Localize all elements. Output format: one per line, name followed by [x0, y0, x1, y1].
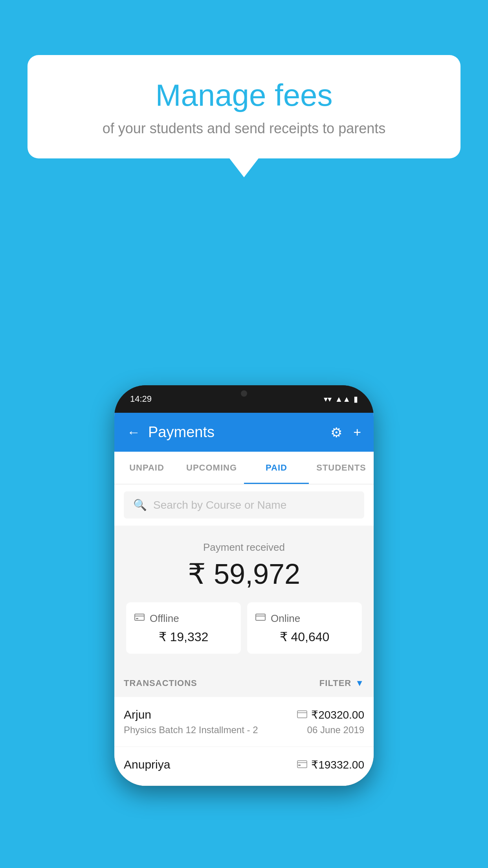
payment-cards: Offline ₹ 19,332 Online [122, 602, 366, 654]
app-header: ← Payments ⚙ + [114, 413, 374, 452]
page-title: Payments [148, 424, 215, 441]
speech-bubble-subtitle: of your students and send receipts to pa… [47, 120, 441, 137]
filter-button[interactable]: FILTER ▼ [319, 678, 364, 688]
filter-icon: ▼ [355, 678, 364, 688]
online-label: Online [271, 612, 300, 625]
signal-icon: ▲▲ [335, 395, 350, 404]
payment-amount: ₹ 59,972 [122, 557, 366, 590]
payment-label: Payment received [122, 541, 366, 554]
svg-rect-3 [256, 614, 265, 620]
search-icon: 🔍 [133, 498, 147, 511]
status-icons: ▾▾ ▲▲ ▮ [324, 394, 358, 404]
offline-payment-icon [297, 758, 307, 771]
offline-card: Offline ₹ 19,332 [126, 602, 241, 654]
svg-rect-9 [298, 765, 301, 766]
search-input[interactable]: Search by Course or Name [153, 499, 286, 511]
svg-rect-0 [135, 614, 144, 620]
phone-notch [220, 385, 268, 402]
speech-bubble: Manage fees of your students and send re… [28, 55, 460, 158]
svg-rect-2 [136, 618, 138, 619]
search-container: 🔍 Search by Course or Name [114, 484, 374, 526]
transaction-bottom: Physics Batch 12 Installment - 2 06 June… [124, 725, 364, 736]
transaction-name: Arjun [124, 708, 151, 721]
transaction-row[interactable]: Arjun ₹20320.00 Physics Batch 12 Install… [114, 697, 374, 747]
online-card: Online ₹ 40,640 [247, 602, 362, 654]
wifi-icon: ▾▾ [324, 394, 332, 404]
svg-rect-5 [297, 711, 307, 718]
offline-icon [134, 612, 145, 625]
transaction-row[interactable]: Anupriya ₹19332.00 [114, 747, 374, 786]
transaction-desc: Physics Batch 12 Installment - 2 [124, 725, 258, 736]
header-left: ← Payments [127, 424, 215, 441]
online-card-header: Online [255, 612, 354, 625]
battery-icon: ▮ [354, 394, 358, 404]
phone-screen: ← Payments ⚙ + UNPAID UPCOMING PAID STUD… [114, 413, 374, 786]
tab-students[interactable]: STUDENTS [309, 452, 374, 484]
svg-rect-7 [297, 761, 307, 768]
speech-bubble-title: Manage fees [47, 79, 441, 112]
transaction-name: Anupriya [124, 758, 170, 771]
offline-card-header: Offline [134, 612, 233, 625]
tab-paid[interactable]: PAID [244, 452, 309, 484]
transaction-amount: ₹20320.00 [297, 708, 364, 721]
transaction-date: 06 June 2019 [307, 725, 364, 736]
phone-status-bar: 14:29 ▾▾ ▲▲ ▮ [114, 385, 374, 413]
transaction-top: Anupriya ₹19332.00 [124, 758, 364, 771]
online-payment-icon [297, 708, 307, 721]
offline-label: Offline [150, 612, 179, 625]
tab-unpaid[interactable]: UNPAID [114, 452, 179, 484]
header-right: ⚙ + [330, 425, 361, 440]
back-button[interactable]: ← [127, 425, 140, 440]
transaction-amount: ₹19332.00 [297, 758, 364, 771]
transactions-header: TRANSACTIONS FILTER ▼ [114, 669, 374, 697]
filter-label: FILTER [319, 678, 351, 688]
transactions-label: TRANSACTIONS [124, 678, 197, 688]
camera [241, 390, 247, 397]
add-icon[interactable]: + [353, 425, 361, 440]
settings-icon[interactable]: ⚙ [330, 425, 342, 440]
offline-amount: ₹ 19,332 [134, 629, 233, 644]
online-icon [255, 612, 266, 625]
transaction-top: Arjun ₹20320.00 [124, 708, 364, 721]
online-amount: ₹ 40,640 [255, 629, 354, 644]
search-bar[interactable]: 🔍 Search by Course or Name [124, 491, 364, 519]
phone-time: 14:29 [130, 394, 152, 404]
payment-section: Payment received ₹ 59,972 [114, 526, 374, 669]
tab-upcoming[interactable]: UPCOMING [179, 452, 244, 484]
tabs: UNPAID UPCOMING PAID STUDENTS [114, 452, 374, 484]
